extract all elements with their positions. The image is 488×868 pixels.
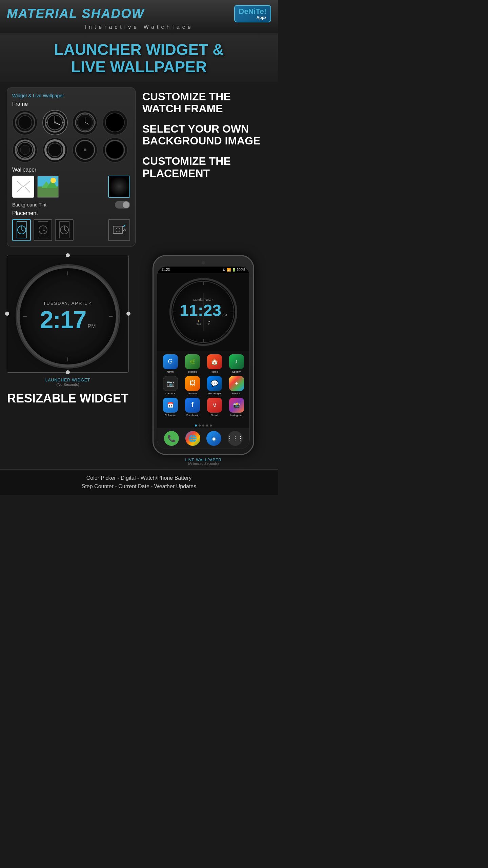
dot-4: [206, 425, 208, 427]
app-item-facebook[interactable]: f Facebook: [183, 398, 202, 417]
dock-phone-icon[interactable]: 📞: [164, 431, 179, 446]
feature-customize-frame: CUSTOMIZE THE WATCH FRAME: [142, 91, 271, 115]
app-icon-news: G: [163, 354, 178, 369]
footer-line-1: Color Picker - Digital - Watch/Phone Bat…: [7, 474, 271, 482]
wallpaper-section: Wallpaper: [12, 167, 130, 209]
app-item-gmail[interactable]: M Gmail: [205, 398, 224, 417]
app-icon-photos: ✦: [229, 376, 244, 391]
wallpaper-items: [12, 176, 130, 198]
app-item-calendar[interactable]: 📅 Calendar: [161, 398, 180, 417]
resize-handle-top[interactable]: [66, 253, 70, 257]
subtitle: Interactive Watchface: [7, 24, 271, 30]
placement-items: [12, 219, 130, 241]
wallpaper-thumb-black[interactable]: [108, 176, 130, 198]
phone-dock: 📞 🌐 ◈ ⋮⋮⋮: [157, 428, 249, 449]
svg-point-20: [20, 145, 30, 155]
frame-item-4[interactable]: [102, 110, 128, 135]
phone-watch-ampm: AM: [222, 313, 227, 317]
frame-item-6[interactable]: [42, 137, 68, 163]
frame-grid: [12, 110, 130, 163]
app-item-spotify[interactable]: ♪ Spotify: [227, 354, 246, 373]
content-section: Widget & Live Wallpaper Frame: [0, 82, 278, 252]
footer: Color Picker - Digital - Watch/Phone Bat…: [0, 469, 278, 495]
main-title-section: LAUNCHER WIDGET & LIVE WALLPAPER: [0, 34, 278, 82]
svg-point-35: [50, 178, 56, 183]
frame-label: Frame: [12, 101, 130, 107]
svg-point-22: [48, 143, 62, 157]
widget-sublabel: (No Seconds): [7, 382, 129, 387]
placement-option-2[interactable]: [34, 219, 52, 241]
app-label-calendar: Calendar: [165, 414, 176, 417]
phone-watch-time: 11:23: [180, 302, 221, 319]
background-tint-toggle[interactable]: [115, 201, 130, 209]
resize-handle-left[interactable]: [5, 312, 9, 316]
placement-option-3[interactable]: [55, 219, 74, 241]
placement-option-1[interactable]: [12, 219, 31, 241]
frame-item-7[interactable]: [72, 137, 98, 163]
app-item-news[interactable]: G News: [161, 354, 180, 373]
app-label-gallery: Gallery: [188, 392, 197, 395]
demo-section: TUESDAY, APRIL 4 2:17 PM LAUNCHER WIDGET…: [0, 252, 278, 469]
svg-line-40: [22, 230, 24, 231]
app-label-photos: Photos: [232, 392, 241, 395]
svg-rect-36: [109, 176, 129, 197]
app-icon-messenger: 💬: [207, 376, 222, 391]
widget-preview-box: TUESDAY, APRIL 4 2:17 PM LAUNCHER WIDGET…: [7, 255, 129, 405]
frame-item-1[interactable]: [12, 110, 38, 135]
phone-screen: 11:23 ⚙ 📶 🔋 100%: [157, 266, 250, 449]
dot-1: [195, 425, 197, 427]
placement-label: Placement: [12, 210, 130, 216]
feature-background-image: SELECT YOUR OWN BACKGROUND IMAGE: [142, 123, 271, 147]
tint-row: Background Tint: [12, 201, 130, 209]
resizable-text: RESIZABLE WIDGET: [7, 392, 129, 405]
phone-outer: 11:23 ⚙ 📶 🔋 100%: [152, 255, 254, 455]
frame-item-2[interactable]: [42, 110, 68, 135]
app-label-gmail: Gmail: [211, 414, 218, 417]
app-item-messenger[interactable]: 💬 Messenger: [205, 376, 224, 395]
app-icon-camera: 📷: [163, 376, 178, 391]
frame-item-8[interactable]: [102, 137, 128, 163]
dock-chrome-icon[interactable]: 🌐: [185, 431, 200, 446]
app-item-gallery[interactable]: 🖼 Gallery: [183, 376, 202, 395]
features-panel: CUSTOMIZE THE WATCH FRAME SELECT YOUR OW…: [142, 87, 271, 246]
phone-preview: 11:23 ⚙ 📶 🔋 100%: [136, 255, 271, 466]
toggle-knob: [123, 201, 129, 208]
widget-panel-title: Widget & Live Wallpaper: [12, 93, 130, 98]
app-icon-calendar: 📅: [163, 398, 178, 413]
frame-item-5[interactable]: [12, 137, 38, 163]
dock-more-icon[interactable]: ⋮⋮⋮: [228, 431, 243, 446]
svg-point-1: [18, 116, 32, 129]
phone-dots: [157, 423, 249, 428]
phone-watch-time-display: 11:23 AM: [180, 302, 227, 319]
app-icon-facebook: f: [185, 398, 200, 413]
wallpaper-label: Wallpaper: [12, 167, 130, 173]
app-label-news: News: [167, 370, 174, 373]
tint-label: Background Tint: [12, 202, 46, 208]
svg-point-25: [84, 149, 86, 151]
app-item-photos[interactable]: ✦ Photos: [227, 376, 246, 395]
app-label-ecobee: ecobee: [188, 370, 197, 373]
wallpaper-thumb-envelope[interactable]: [12, 176, 34, 198]
placement-photo-button[interactable]: [108, 219, 130, 241]
app-item-camera[interactable]: 📷 Camera: [161, 376, 180, 395]
svg-point-17: [105, 113, 124, 132]
app-label-facebook: Facebook: [186, 414, 198, 417]
app-icon-home: 🏠: [207, 354, 222, 369]
dock-ppsspp-icon[interactable]: ◈: [206, 431, 221, 446]
app-title: MATERIAL SHADOW: [7, 6, 144, 21]
feature-placement: CUSTOMIZE THE PLACEMENT: [142, 155, 271, 179]
app-item-home[interactable]: 🏠 Home: [205, 354, 224, 373]
wallpaper-thumb-landscape[interactable]: [37, 176, 59, 198]
svg-rect-14: [94, 121, 96, 124]
header: MATERIAL SHADOW DeNiTe! Appz Interactive…: [0, 0, 278, 34]
phone-watch-area: Monday Nov. 4 11:23 AM 🚶 346 ☁: [157, 273, 249, 351]
widget-frame: TUESDAY, APRIL 4 2:17 PM: [7, 255, 129, 373]
app-item-instagram[interactable]: 📸 Instagram: [227, 398, 246, 417]
app-title-text: MATERIAL SHADOW: [7, 6, 144, 21]
dot-3: [202, 425, 204, 427]
resize-handle-bottom[interactable]: [66, 370, 70, 374]
resize-handle-right[interactable]: [126, 312, 130, 316]
app-item-ecobee[interactable]: 🌿 ecobee: [183, 354, 202, 373]
frame-item-3[interactable]: [72, 110, 98, 135]
status-time: 11:23: [161, 268, 170, 272]
